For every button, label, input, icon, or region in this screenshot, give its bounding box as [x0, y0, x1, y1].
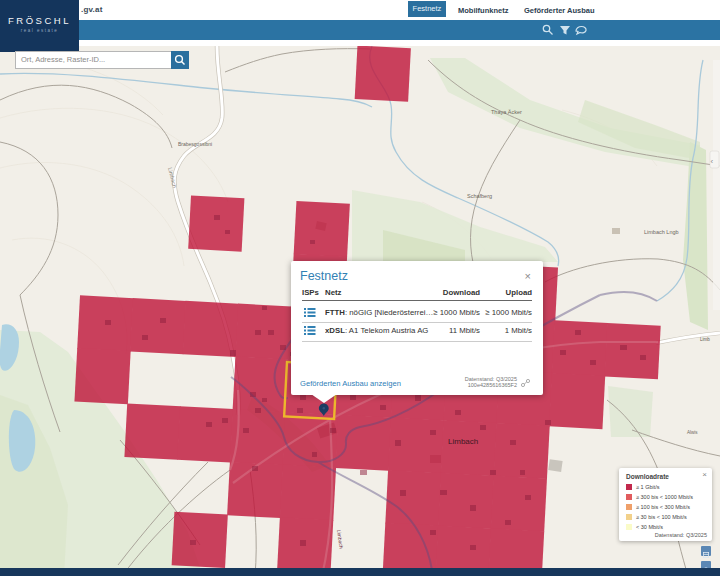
svg-text:Brabesgossibni: Brabesgossibni — [178, 141, 212, 147]
svg-text:Limb: Limb — [700, 337, 710, 342]
svg-text:Schafberg: Schafberg — [467, 193, 492, 199]
svg-text:Limbach Lngb: Limbach Lngb — [644, 229, 679, 235]
svg-text:Limbach: Limbach — [448, 437, 478, 446]
svg-text:‹: ‹ — [711, 157, 714, 166]
svg-text:Thaya Äcker: Thaya Äcker — [491, 109, 522, 115]
svg-text:Alwis: Alwis — [687, 430, 698, 435]
